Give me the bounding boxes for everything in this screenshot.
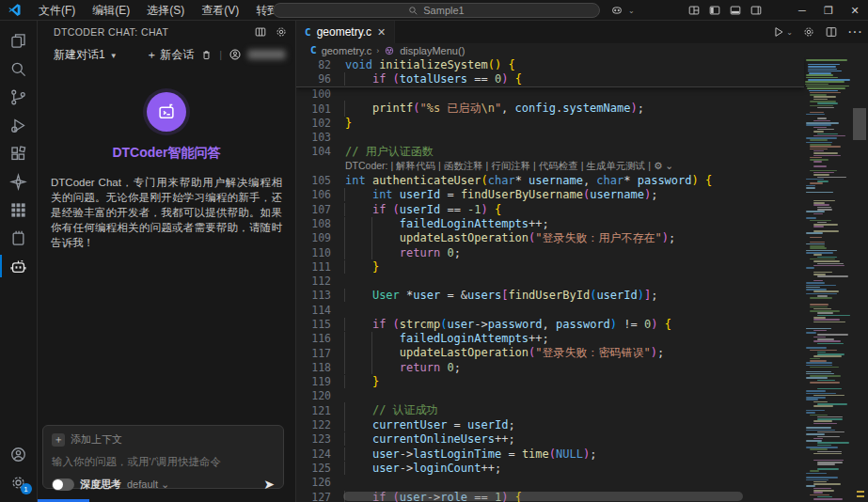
tab-close-icon[interactable]: ✕ bbox=[377, 26, 386, 39]
menu-selection[interactable]: 选择(S) bbox=[138, 1, 193, 20]
toggle-panel-icon[interactable] bbox=[725, 0, 746, 21]
vertical-scrollbar[interactable] bbox=[851, 57, 868, 502]
tab-geometry-c[interactable]: C geometry.c ✕ bbox=[296, 21, 395, 43]
code-line[interactable]: 115 if (strcmp(user->password, password)… bbox=[296, 317, 804, 331]
code-text: failedLoginAttempts++; bbox=[341, 332, 549, 345]
code-line[interactable]: 120 bbox=[296, 389, 804, 403]
minimap-line bbox=[806, 397, 826, 399]
code-line[interactable]: 96 if (totalUsers == 0) { bbox=[296, 71, 804, 86]
code-line[interactable]: 102} bbox=[296, 116, 804, 130]
minimap-line bbox=[806, 179, 824, 180]
conversation-dropdown[interactable]: 新建对话1▼ bbox=[54, 47, 118, 63]
code-line[interactable]: 107 if (userId == -1) { bbox=[296, 202, 804, 216]
new-session-button[interactable]: ＋新会话 bbox=[146, 47, 194, 63]
minimap-line bbox=[806, 390, 826, 392]
code-line[interactable]: 122 currentUser = userId; bbox=[296, 417, 804, 431]
editor-settings-icon[interactable] bbox=[802, 25, 815, 39]
code-line[interactable]: 109 updateLastOperation("登录失败：用户不存在"); bbox=[296, 231, 804, 245]
code-line[interactable]: 119 } bbox=[296, 375, 804, 389]
minimap[interactable] bbox=[804, 57, 851, 502]
menu-file[interactable]: 文件(F) bbox=[30, 1, 84, 20]
menu-edit[interactable]: 编辑(E) bbox=[84, 1, 138, 20]
code-line[interactable]: 101 printf("%s 已启动\n", config.systemName… bbox=[296, 102, 804, 116]
grid-extension-icon[interactable] bbox=[0, 196, 38, 224]
code-line[interactable]: 106 int userId = findUserByUsername(user… bbox=[296, 188, 804, 202]
minimap-line bbox=[806, 427, 831, 429]
chat-input-box[interactable]: ＋ 添加上下文 输入你的问题，或用'/'调用快捷命令 深度思考 default … bbox=[42, 425, 284, 489]
minimap-line bbox=[810, 350, 837, 352]
code-line[interactable]: 124 user->lastLoginTime = time(NULL); bbox=[296, 447, 804, 461]
minimap-line bbox=[806, 371, 831, 373]
customize-layout-icon[interactable] bbox=[684, 0, 704, 21]
close-button[interactable]: ✕ bbox=[842, 0, 868, 21]
indent-guide bbox=[344, 289, 345, 302]
indent-guide bbox=[344, 447, 345, 461]
search-sidebar-icon[interactable] bbox=[0, 55, 38, 83]
toggle-sidebar-icon[interactable] bbox=[704, 0, 725, 21]
chat-settings-gear-icon[interactable] bbox=[275, 25, 288, 39]
minimap-line bbox=[813, 172, 834, 174]
horizontal-scrollbar-thumb[interactable] bbox=[343, 492, 743, 501]
code-line[interactable]: 110 return 0; bbox=[296, 245, 804, 259]
send-icon[interactable]: ➤ bbox=[263, 477, 275, 492]
code-line[interactable]: 108 failedLoginAttempts++; bbox=[296, 216, 804, 230]
delete-conversation-icon[interactable] bbox=[200, 49, 213, 61]
run-debug-icon[interactable] bbox=[0, 111, 38, 139]
code-line[interactable]: 116 failedLoginAttempts++; bbox=[296, 332, 804, 346]
notebook-extension-icon[interactable] bbox=[0, 224, 38, 252]
code-editor[interactable]: 82void initializeSystem() {96 if (totalU… bbox=[296, 57, 868, 502]
codelens-row[interactable]: DTCoder: | 解释代码 | 函数注释 | 行间注释 | 代码检查 | 生… bbox=[296, 159, 804, 173]
code-line[interactable]: 123 currentOnlineUsers++; bbox=[296, 432, 804, 447]
user-avatar-icon[interactable] bbox=[229, 48, 242, 61]
restore-button[interactable]: ❐ bbox=[815, 0, 842, 21]
code-line[interactable]: 105int authenticateUser(char* username, … bbox=[296, 173, 804, 187]
code-line[interactable]: 104// 用户认证函数 bbox=[296, 145, 804, 159]
code-line[interactable]: 126 bbox=[296, 476, 804, 490]
code-line[interactable]: 82void initializeSystem() { bbox=[296, 57, 804, 71]
code-line[interactable]: 114 bbox=[296, 303, 804, 317]
settings-gear-icon[interactable]: 1 bbox=[0, 468, 38, 496]
mode-dropdown[interactable]: default ⌄ bbox=[127, 478, 169, 491]
minimap-line bbox=[806, 243, 825, 245]
codelens-actions[interactable]: DTCoder: | 解释代码 | 函数注释 | 行间注释 | 代码检查 | 生… bbox=[341, 160, 673, 173]
account-icon[interactable] bbox=[0, 440, 38, 468]
code-line[interactable]: 103 bbox=[296, 130, 804, 144]
scrollbar-thumb[interactable] bbox=[853, 108, 866, 140]
minimap-line bbox=[817, 445, 831, 447]
split-editor-icon[interactable] bbox=[825, 25, 838, 39]
minimap-line bbox=[806, 362, 832, 364]
copilot-icon[interactable] bbox=[607, 0, 627, 21]
code-body[interactable]: 100101 printf("%s 已启动\n", config.systemN… bbox=[296, 87, 804, 502]
code-line[interactable]: 111 } bbox=[296, 259, 804, 274]
add-context-plus-icon[interactable]: ＋ bbox=[52, 433, 65, 447]
chevron-down-icon[interactable]: ⌄ bbox=[628, 7, 635, 15]
chat-input-placeholder[interactable]: 输入你的问题，或用'/'调用快捷命令 bbox=[52, 455, 275, 469]
deep-think-toggle[interactable] bbox=[52, 478, 74, 491]
minimap-line bbox=[810, 360, 827, 362]
add-context-label[interactable]: 添加上下文 bbox=[71, 432, 122, 447]
toggle-secondary-sidebar-icon[interactable] bbox=[746, 0, 766, 21]
more-actions-icon[interactable]: ··· bbox=[847, 24, 862, 40]
code-line[interactable]: 100 bbox=[296, 87, 804, 102]
menu-view[interactable]: 查看(V) bbox=[193, 1, 247, 20]
extensions-icon[interactable] bbox=[0, 139, 38, 167]
source-control-icon[interactable] bbox=[0, 83, 38, 111]
minimap-line bbox=[806, 332, 816, 334]
panel-layout-icon[interactable] bbox=[254, 25, 267, 39]
code-text: if (userId == -1) { bbox=[341, 203, 501, 216]
sticky-scroll[interactable]: 82void initializeSystem() {96 if (totalU… bbox=[296, 57, 804, 87]
minimap-line bbox=[817, 496, 832, 498]
command-center-search[interactable]: Sample1 bbox=[273, 3, 600, 18]
code-line[interactable]: 113 User *user = &users[findUserById(use… bbox=[296, 289, 804, 303]
breadcrumb[interactable]: C geometry.c › displayMenu() bbox=[296, 43, 868, 57]
minimize-button[interactable]: ─ bbox=[789, 0, 815, 21]
code-line[interactable]: 121 // 认证成功 bbox=[296, 403, 804, 417]
code-line[interactable]: 125 user->loginCount++; bbox=[296, 461, 804, 475]
pinwheel-extension-icon[interactable] bbox=[0, 167, 38, 196]
code-line[interactable]: 112 bbox=[296, 274, 804, 288]
code-line[interactable]: 118 return 0; bbox=[296, 360, 804, 374]
explorer-icon[interactable] bbox=[0, 26, 38, 55]
code-line[interactable]: 117 updateLastOperation("登录失败：密码错误"); bbox=[296, 346, 804, 360]
run-file-button[interactable]: ⌄ bbox=[772, 25, 793, 39]
dtcoder-chat-icon[interactable] bbox=[0, 252, 38, 280]
